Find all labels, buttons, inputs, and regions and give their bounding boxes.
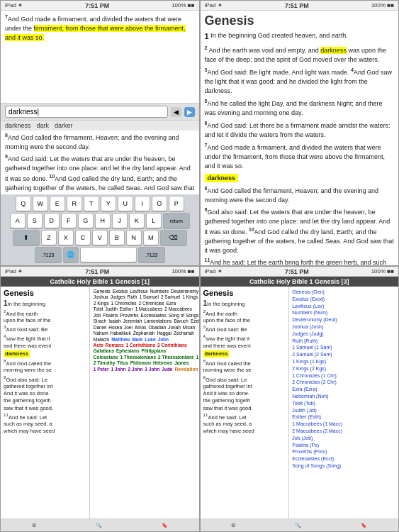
key-globe[interactable]: 🌐 (63, 247, 79, 262)
br-book-item-2macc[interactable]: 2 Maccabees (2 Macc) (292, 428, 395, 435)
br-book-item-song[interactable]: Song of Songs (Song) (292, 462, 395, 470)
suggestion-dark[interactable]: dark (37, 122, 50, 129)
book-judith[interactable]: Judith (105, 306, 118, 312)
bl-toolbar-btn-bookmark[interactable]: 🔖 (162, 521, 168, 530)
book-malachi[interactable]: Malachi (93, 337, 110, 343)
key-return[interactable]: return (163, 213, 190, 228)
br-toolbar-btn-settings[interactable]: ⚙ (231, 521, 235, 530)
book-eph[interactable]: Ephesians (116, 348, 140, 354)
search-prev-btn[interactable]: ◀ (171, 107, 181, 117)
br-book-item-deut[interactable]: Deuteronomy (Deut) (292, 316, 395, 323)
br-book-item-esth[interactable]: Esther (Esth) (292, 414, 395, 421)
key-i[interactable]: I (135, 196, 150, 211)
br-toolbar-btn-bookmark[interactable]: 🔖 (361, 521, 367, 530)
key-c[interactable]: C (75, 230, 91, 245)
book-1kgs[interactable]: 1 Kings (181, 294, 198, 300)
book-2chr[interactable]: 2 Chronicles (138, 301, 165, 306)
key-space[interactable] (80, 247, 137, 262)
book-1thess[interactable]: 1 Thessalonians (119, 355, 157, 360)
book-2thess[interactable]: 2 Thessalonians (157, 355, 195, 360)
key-r[interactable]: R (67, 196, 82, 211)
book-acts[interactable]: Acts (93, 343, 104, 348)
book-2tim[interactable]: 2 Timothy (93, 360, 116, 366)
book-joshua[interactable]: Joshua (93, 294, 109, 300)
book-obad[interactable]: Obadiah (148, 325, 167, 331)
br-book-item-2sam[interactable]: 2 Samuel (2 Sam) (292, 351, 395, 358)
suggestion-darker[interactable]: darker (55, 122, 73, 129)
book-james[interactable]: James (174, 360, 189, 366)
book-judges[interactable]: Judges (110, 294, 126, 300)
book-ruth[interactable]: Ruth (127, 294, 138, 300)
book-jer[interactable]: Jeremiah (123, 318, 143, 324)
br-book-item-1chr[interactable]: 1 Chronicles (1 Chr) (292, 372, 395, 379)
book-1macc[interactable]: 1 Maccabees (135, 306, 164, 312)
book-romans[interactable]: Romans (105, 343, 125, 348)
book-song[interactable]: Song of Songs (168, 313, 199, 318)
book-rev[interactable]: Revelation (174, 367, 198, 372)
key-d[interactable]: D (44, 213, 60, 228)
book-psalms[interactable]: Psalms (102, 313, 118, 318)
book-1cor[interactable]: 1 Corinthians (125, 343, 157, 348)
br-book-item-num[interactable]: Numbers (Num) (292, 309, 395, 316)
tl-search-bar[interactable]: darkness| ◀ ▶ (1, 103, 199, 121)
br-book-item-ruth[interactable]: Ruth (Ruth) (292, 338, 395, 345)
key-b[interactable]: B (109, 230, 125, 245)
key-numbers[interactable]: .?123 (35, 247, 62, 262)
book-3john[interactable]: 3 John (144, 367, 160, 372)
br-book-item-lev[interactable]: Leviticus (Lev) (292, 303, 395, 310)
key-o[interactable]: O (152, 196, 167, 211)
key-a[interactable]: A (10, 213, 26, 228)
book-john[interactable]: John (157, 337, 170, 343)
br-toolbar-btn-search[interactable]: 🔍 (295, 521, 301, 530)
key-numbers2[interactable]: .?123 (138, 247, 165, 262)
book-2cor[interactable]: 2 Corinthians (157, 343, 188, 348)
book-hosea[interactable]: Hosea (108, 325, 123, 331)
br-book-item-josh[interactable]: Joshua (Josh) (292, 323, 395, 331)
br-book-item-judg[interactable]: Judges (Judg) (292, 331, 395, 338)
key-q[interactable]: Q (16, 196, 31, 211)
book-jonah[interactable]: Jonah (167, 325, 181, 331)
key-k[interactable]: K (129, 213, 145, 228)
book-leviticus[interactable]: Leviticus (129, 289, 148, 294)
key-h[interactable]: H (95, 213, 111, 228)
key-v[interactable]: V (92, 230, 108, 245)
key-y[interactable]: Y (101, 196, 116, 211)
book-mark[interactable]: Mark (131, 337, 143, 343)
book-titus[interactable]: Titus (116, 360, 128, 366)
key-m[interactable]: M (143, 230, 159, 245)
book-lam[interactable]: Lamentations (143, 318, 172, 324)
key-s[interactable]: S (27, 213, 43, 228)
book-philem[interactable]: Philemon (130, 360, 152, 366)
key-p[interactable]: P (169, 196, 184, 211)
book-exodus[interactable]: Exodus (112, 289, 129, 294)
book-1sam[interactable]: 1 Samuel (138, 294, 159, 300)
br-book-item-neh[interactable]: Nehemiah (Neh) (292, 393, 395, 400)
key-f[interactable]: F (61, 213, 77, 228)
book-jude[interactable]: Jude (161, 367, 173, 372)
key-backspace[interactable]: ⌫ (160, 230, 187, 245)
br-book-item-genesis[interactable]: Genesis (Gen) (292, 289, 395, 296)
key-x[interactable]: X (58, 230, 74, 245)
book-1tim[interactable]: 1 Timothy (196, 355, 199, 360)
br-book-item-2chr[interactable]: 2 Chronicles (2 Chr) (292, 379, 395, 386)
book-hab[interactable]: Habakkuk (110, 331, 132, 336)
key-e[interactable]: E (50, 196, 65, 211)
book-col[interactable]: Colossians (93, 355, 119, 360)
book-2kgs[interactable]: 2 Kings (93, 301, 110, 306)
book-matthew[interactable]: Matthew (111, 337, 130, 343)
br-book-item-1sam[interactable]: 1 Samuel (1 Sam) (292, 344, 395, 351)
book-numbers[interactable]: Numbers (150, 289, 169, 294)
book-1chr[interactable]: 1 Chronicles (110, 301, 137, 306)
book-heb[interactable]: Hebrews (152, 360, 173, 366)
book-2sam[interactable]: 2 Samuel (160, 294, 181, 300)
book-zech[interactable]: Zechariah (173, 331, 195, 336)
book-eccl[interactable]: Ecclesiastes (140, 313, 167, 318)
br-book-item-jdt[interactable]: Judith (Jdt) (292, 407, 395, 414)
book-2macc[interactable]: 2 Maccabees (164, 306, 193, 312)
book-ezek[interactable]: Ezekiel (190, 318, 199, 324)
book-amos[interactable]: Amos (134, 325, 147, 331)
key-g[interactable]: G (78, 213, 94, 228)
br-book-item-eccl[interactable]: Ecclesiastes (Eccl) (292, 455, 395, 462)
bl-toolbar-btn-settings[interactable]: ⚙ (32, 521, 36, 530)
br-book-item-2kgs[interactable]: 2 Kings (2 Kgs) (292, 365, 395, 372)
